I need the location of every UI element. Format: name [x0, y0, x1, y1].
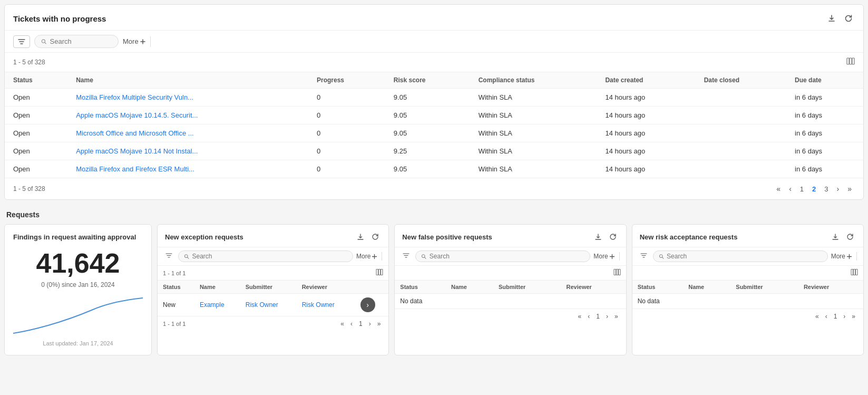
- exception-row-name[interactable]: Example: [194, 294, 240, 316]
- false-positive-more-button[interactable]: More: [593, 253, 615, 260]
- risk-acceptance-card-actions: [830, 231, 856, 243]
- row-date-created: 14 hours ago: [597, 124, 695, 142]
- exception-page-last[interactable]: »: [375, 319, 384, 329]
- download-button[interactable]: [825, 12, 838, 25]
- exception-page-1[interactable]: 1: [356, 319, 365, 329]
- false-positive-no-data: No data: [395, 294, 626, 309]
- col-risk-score: Risk score: [385, 72, 470, 89]
- false-positive-refresh-button[interactable]: [607, 231, 619, 243]
- row-status: Open: [5, 107, 67, 124]
- svg-line-8: [187, 257, 189, 258]
- exception-more-label: More: [356, 253, 370, 260]
- exception-col-action: [353, 281, 389, 294]
- exception-table: Status Name Submitter Reviewer New Examp…: [158, 281, 388, 316]
- page-3-button[interactable]: 3: [821, 183, 831, 195]
- page-first-button[interactable]: «: [773, 182, 784, 195]
- ra-page-last[interactable]: »: [849, 312, 858, 321]
- exception-row-submitter[interactable]: Risk Owner: [240, 294, 297, 316]
- risk-acceptance-refresh-button[interactable]: [844, 231, 856, 243]
- exception-download-button[interactable]: [355, 231, 366, 243]
- row-status: Open: [5, 142, 67, 160]
- svg-rect-19: [616, 269, 618, 275]
- exception-card-actions: [355, 231, 381, 243]
- exception-row-arrow-button[interactable]: ›: [360, 297, 375, 312]
- false-positive-filter-button[interactable]: [400, 251, 412, 262]
- risk-acceptance-filter-button[interactable]: [638, 251, 650, 262]
- exception-row-reviewer[interactable]: Risk Owner: [297, 294, 353, 316]
- risk-acceptance-table-row: No data: [632, 294, 863, 309]
- row-due-date: in 6 days: [786, 107, 863, 124]
- fp-page-1[interactable]: 1: [593, 312, 602, 321]
- row-risk-score: 9.05: [385, 124, 470, 142]
- row-name[interactable]: Apple macOS Mojave 10.14.5. Securit...: [67, 107, 308, 124]
- fp-page-last[interactable]: »: [612, 312, 621, 321]
- more-button[interactable]: More: [123, 37, 146, 45]
- false-positive-search-input[interactable]: [430, 253, 585, 260]
- search-input[interactable]: [50, 37, 112, 45]
- exception-page-prev[interactable]: ‹: [348, 319, 355, 329]
- row-date-closed: [696, 89, 786, 107]
- svg-rect-4: [847, 58, 849, 64]
- exception-toolbar-divider: [382, 252, 382, 261]
- page-1-button[interactable]: 1: [797, 183, 807, 195]
- toolbar-divider: [150, 36, 151, 47]
- row-name[interactable]: Mozilla Firefox and Firefox ESR Multi...: [67, 160, 308, 178]
- page-2-button[interactable]: 2: [809, 183, 819, 195]
- exception-more-button[interactable]: More: [356, 253, 377, 260]
- exception-page-first[interactable]: «: [338, 319, 347, 329]
- exception-search-input[interactable]: [192, 253, 347, 260]
- fp-page-first[interactable]: «: [576, 312, 584, 321]
- false-positive-table: Status Name Submitter Reviewer No data: [395, 281, 626, 309]
- risk-acceptance-columns-button[interactable]: [851, 268, 858, 277]
- row-status: Open: [5, 124, 67, 142]
- col-date-closed: Date closed: [696, 72, 786, 89]
- row-progress: 0: [308, 160, 385, 178]
- fp-page-next[interactable]: ›: [603, 312, 611, 321]
- exception-refresh-button[interactable]: [369, 231, 381, 243]
- refresh-button[interactable]: [842, 12, 855, 25]
- risk-acceptance-download-button[interactable]: [830, 231, 841, 243]
- exception-row-action[interactable]: ›: [353, 294, 389, 316]
- exception-filter-button[interactable]: [163, 251, 175, 262]
- page-next-button[interactable]: ›: [834, 182, 843, 195]
- row-name[interactable]: Mozilla Firefox Multiple Security Vuln..…: [67, 89, 308, 107]
- columns-toggle-button[interactable]: [846, 57, 855, 68]
- false-positive-download-button[interactable]: [592, 231, 604, 243]
- page-prev-button[interactable]: ‹: [786, 182, 795, 195]
- risk-acceptance-requests-card: New risk acceptance requests: [632, 224, 864, 355]
- col-due-date: Due date: [786, 72, 863, 89]
- row-compliance: Within SLA: [470, 89, 597, 107]
- filter-icon: [18, 38, 25, 45]
- svg-rect-6: [852, 58, 854, 64]
- false-positive-columns-button[interactable]: [613, 268, 621, 277]
- risk-acceptance-page-controls: « ‹ 1 › »: [813, 312, 858, 321]
- svg-rect-11: [376, 269, 378, 275]
- last-updated: Last updated: Jan 17, 2024: [13, 340, 143, 346]
- row-date-created: 14 hours ago: [597, 89, 695, 107]
- fp-page-prev[interactable]: ‹: [585, 312, 592, 321]
- ra-page-prev[interactable]: ‹: [823, 312, 830, 321]
- svg-rect-25: [851, 269, 853, 275]
- risk-acceptance-table: Status Name Submitter Reviewer No data: [632, 281, 863, 309]
- risk-acceptance-search-input[interactable]: [667, 253, 822, 260]
- risk-acceptance-more-button[interactable]: More: [831, 253, 852, 260]
- table-row: Open Apple macOS Mojave 10.14 Not Instal…: [5, 142, 863, 160]
- ra-page-first[interactable]: «: [813, 312, 822, 321]
- row-date-closed: [696, 142, 786, 160]
- exception-page-next[interactable]: ›: [366, 319, 374, 329]
- row-name[interactable]: Microsoft Office and Microsoft Office ..…: [67, 124, 308, 142]
- download-icon: [827, 14, 836, 23]
- ra-col-name: Name: [683, 281, 730, 294]
- row-name[interactable]: Apple macOS Mojave 10.14 Not Instal...: [67, 142, 308, 160]
- row-status: Open: [5, 89, 67, 107]
- svg-rect-13: [381, 269, 383, 275]
- filter-button[interactable]: [13, 35, 30, 48]
- page-last-button[interactable]: »: [844, 182, 855, 195]
- row-date-closed: [696, 160, 786, 178]
- ra-page-next[interactable]: ›: [841, 312, 848, 321]
- exception-requests-card: New exception requests: [157, 224, 389, 355]
- exception-count-bottom: 1 - 1 of 1: [163, 321, 186, 327]
- exception-columns-button[interactable]: [376, 268, 383, 277]
- ra-page-1[interactable]: 1: [831, 312, 840, 321]
- row-date-created: 14 hours ago: [597, 107, 695, 124]
